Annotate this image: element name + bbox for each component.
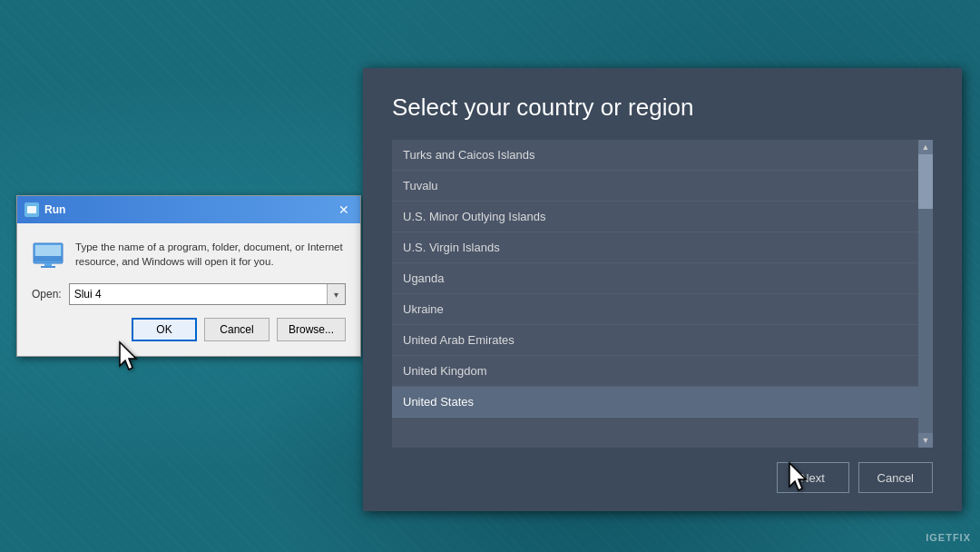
country-panel-title: Select your country or region [392, 94, 933, 122]
run-cancel-button[interactable]: Cancel [204, 318, 270, 341]
country-list-container: Turks and Caicos IslandsTuvaluU.S. Minor… [392, 140, 933, 448]
list-item[interactable]: United Kingdom [392, 356, 933, 387]
run-icon [24, 202, 39, 217]
svg-rect-2 [34, 256, 63, 261]
run-description: Type the name of a program, folder, docu… [75, 238, 346, 269]
run-body: Type the name of a program, folder, docu… [17, 223, 360, 356]
run-title-text: Run [44, 203, 65, 216]
scrollbar-up-arrow[interactable]: ▲ [918, 140, 933, 154]
scrollbar-thumb[interactable] [918, 154, 933, 209]
run-buttons: OK Cancel Browse... [32, 318, 346, 341]
run-titlebar: Run ✕ [17, 196, 360, 223]
country-list[interactable]: Turks and Caicos IslandsTuvaluU.S. Minor… [392, 140, 933, 448]
scrollbar-down-arrow[interactable]: ▼ [918, 433, 933, 448]
run-ok-button[interactable]: OK [132, 318, 197, 341]
run-input[interactable] [70, 285, 327, 303]
list-item[interactable]: Tuvalu [392, 171, 933, 202]
next-button[interactable]: Next [777, 462, 849, 493]
country-buttons: Next Cancel [392, 448, 933, 493]
list-item[interactable]: Ukraine [392, 294, 933, 325]
country-selection-panel: Select your country or region Turks and … [363, 68, 962, 511]
run-dialog: Run ✕ Type the name of a program, folder… [16, 195, 361, 357]
list-item[interactable]: Turks and Caicos Islands [392, 140, 933, 171]
cancel-button[interactable]: Cancel [858, 462, 933, 493]
dropdown-arrow-icon[interactable]: ▾ [327, 284, 345, 304]
scrollbar[interactable]: ▲ ▼ [918, 140, 933, 448]
run-titlebar-left: Run [24, 202, 65, 217]
country-panel-inner: Select your country or region Turks and … [363, 68, 962, 511]
watermark: IGETFIX [926, 532, 971, 543]
svg-rect-3 [44, 263, 52, 266]
list-item[interactable]: U.S. Minor Outlying Islands [392, 202, 933, 232]
list-item[interactable]: United States [392, 387, 933, 418]
list-item[interactable]: U.S. Virgin Islands [392, 232, 933, 263]
list-item[interactable]: United Arab Emirates [392, 325, 933, 356]
run-open-label: Open: [32, 288, 62, 301]
list-item[interactable]: Uganda [392, 263, 933, 294]
run-browse-button[interactable]: Browse... [277, 318, 346, 341]
run-open-row: Open: ▾ [32, 283, 346, 305]
run-close-button[interactable]: ✕ [335, 201, 353, 219]
run-program-icon [32, 238, 64, 271]
scrollbar-track[interactable] [918, 154, 933, 433]
run-input-wrapper[interactable]: ▾ [69, 283, 346, 305]
svg-rect-4 [41, 266, 55, 268]
run-content-row: Type the name of a program, folder, docu… [32, 238, 346, 271]
